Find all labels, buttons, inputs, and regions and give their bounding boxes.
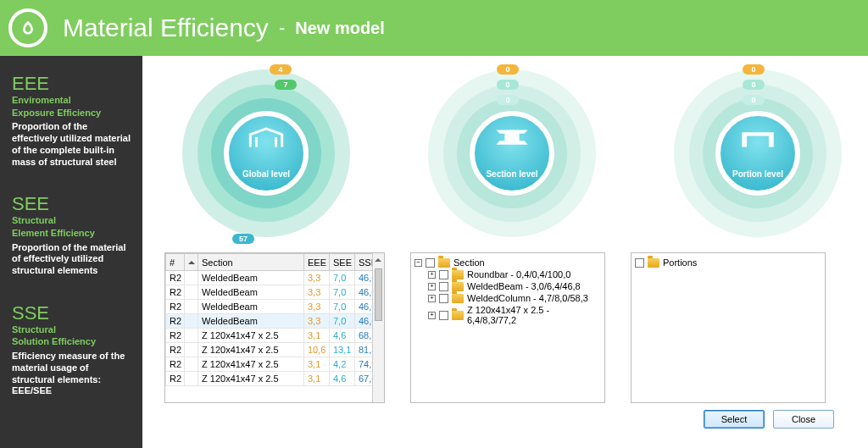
cell-eee: 3,1 (304, 357, 330, 372)
cell-section: WeldedBeam (198, 271, 304, 285)
cell-idx: R2 (166, 300, 185, 314)
table-row[interactable]: R2Z 120x41x47 x 2.53,14,667,6 (166, 372, 384, 386)
expand-icon[interactable]: + (428, 312, 436, 319)
table-row[interactable]: R2WeldedBeam3,37,046,6 (166, 314, 384, 329)
portions-tree[interactable]: Portions (631, 252, 826, 403)
checkbox[interactable] (426, 258, 435, 268)
building-frame-icon (247, 124, 286, 150)
section-table[interactable]: # Section EEE SEE SSE R2WeldedBeam3,37,0… (164, 252, 385, 403)
section-level-card[interactable]: Section level 0 0 0 (410, 59, 614, 247)
cell-section: Z 120x41x47 x 2.5 (198, 343, 304, 357)
section-eee-pill: 0 (497, 64, 519, 75)
collapse-icon[interactable]: − (415, 259, 422, 267)
folder-icon (452, 270, 464, 279)
def-eee: EEE Enviromental Exposure Efficiency Pro… (12, 75, 131, 168)
portal-frame-icon (738, 124, 777, 150)
def-desc: Efficiency measure of the material usage… (12, 351, 131, 397)
cell-blank (185, 285, 198, 300)
cell-blank (185, 314, 198, 329)
cell-blank (185, 343, 198, 357)
model-name: New model (295, 19, 385, 38)
app-logo (8, 8, 47, 47)
cell-idx: R2 (166, 314, 185, 329)
level-label: Section level (486, 169, 537, 179)
global-level-core: Global level (224, 111, 309, 196)
table-row[interactable]: R2Z 120x41x47 x 2.53,14,274,9 (166, 357, 384, 372)
tree-item[interactable]: +Z 120x41x47 x 2.5 - 6,4/8,3/77,2 (415, 304, 601, 326)
def-abbr: SEE (12, 195, 131, 213)
table-row[interactable]: R2WeldedBeam3,37,046,6 (166, 271, 384, 285)
i-beam-icon (492, 124, 531, 150)
cell-blank (185, 357, 198, 372)
section-see-pill: 0 (497, 80, 519, 90)
section-tree[interactable]: − Section +Roundbar - 0,4/0,4/100,0+Weld… (410, 252, 605, 403)
col-idx[interactable]: # (166, 254, 185, 271)
def-desc: Proportion of the effectively utilized m… (12, 121, 131, 168)
portion-sse-pill: 0 (743, 95, 765, 105)
folder-icon (452, 294, 464, 303)
cell-idx: R2 (166, 271, 185, 285)
expand-icon[interactable]: + (428, 283, 436, 290)
main-area: Global level 4 7 57 Section level 0 0 (142, 56, 868, 448)
def-sub1: Structural (12, 324, 131, 335)
col-sort-icon[interactable] (185, 254, 198, 271)
checkbox[interactable] (439, 311, 448, 320)
close-button[interactable]: Close (773, 410, 834, 429)
portion-see-pill: 0 (743, 80, 765, 90)
cell-eee: 3,1 (304, 329, 330, 343)
folder-icon (438, 258, 450, 268)
col-see[interactable]: SEE (330, 254, 355, 271)
tree-item[interactable]: +Roundbar - 0,4/0,4/100,0 (415, 268, 601, 280)
def-sub1: Enviromental (12, 95, 131, 106)
cell-see: 4,6 (330, 329, 355, 343)
table-scrollbar[interactable] (372, 253, 384, 402)
checkbox[interactable] (439, 282, 448, 291)
global-level-card[interactable]: Global level 4 7 57 (164, 59, 368, 247)
tree-item-label: Roundbar - 0,4/0,4/100,0 (467, 269, 570, 279)
cell-see: 13,1 (330, 343, 355, 357)
tree-root-label: Section (453, 257, 485, 268)
def-sub2: Exposure Efficiency (12, 108, 131, 119)
cell-see: 7,0 (330, 285, 355, 300)
tree-item[interactable]: +WeldedBeam - 3,0/6,4/46,8 (415, 280, 601, 292)
cell-see: 7,0 (330, 314, 355, 329)
section-sse-pill: 0 (497, 95, 519, 105)
cell-see: 7,0 (330, 300, 355, 314)
col-eee[interactable]: EEE (304, 254, 330, 271)
global-eee-pill: 4 (270, 64, 292, 75)
cell-eee: 10,6 (304, 343, 330, 357)
portion-level-card[interactable]: Portion level 0 0 0 (656, 59, 860, 247)
def-sub1: Structural (12, 215, 131, 226)
expand-icon[interactable]: + (428, 295, 436, 302)
cell-idx: R2 (166, 372, 185, 386)
header-bar: Material Efficiency - New model (0, 0, 868, 56)
select-button[interactable]: Select (704, 410, 765, 429)
cell-section: WeldedBeam (198, 300, 304, 314)
folder-icon (452, 311, 464, 320)
col-section[interactable]: Section (198, 254, 304, 271)
table-row[interactable]: R2Z 120x41x47 x 2.53,14,668,1 (166, 329, 384, 343)
cell-idx: R2 (166, 357, 185, 372)
table-row[interactable]: R2WeldedBeam3,37,046,6 (166, 285, 384, 300)
portion-eee-pill: 0 (743, 64, 765, 75)
cell-section: WeldedBeam (198, 314, 304, 329)
table-row[interactable]: R2WeldedBeam3,37,046,6 (166, 300, 384, 314)
cell-eee: 3,3 (304, 285, 330, 300)
cell-section: Z 120x41x47 x 2.5 (198, 329, 304, 343)
cell-eee: 3,3 (304, 314, 330, 329)
cell-idx: R2 (166, 329, 185, 343)
cell-section: Z 120x41x47 x 2.5 (198, 372, 304, 386)
checkbox[interactable] (439, 270, 448, 279)
cell-blank (185, 329, 198, 343)
dialog-buttons: Select Close (164, 410, 834, 429)
checkbox[interactable] (635, 258, 644, 268)
def-sub2: Solution Efficiency (12, 336, 131, 347)
def-see: SEE Structural Element Efficiency Propor… (12, 195, 131, 277)
checkbox[interactable] (439, 294, 448, 303)
cell-see: 4,6 (330, 372, 355, 386)
table-row[interactable]: R2Z 120x41x47 x 2.510,613,181,3 (166, 343, 384, 357)
tree-item[interactable]: +WeldedColumn - 4,7/8,0/58,3 (415, 292, 601, 304)
expand-icon[interactable]: + (428, 271, 436, 279)
folder-icon (452, 282, 464, 291)
cell-idx: R2 (166, 343, 185, 357)
